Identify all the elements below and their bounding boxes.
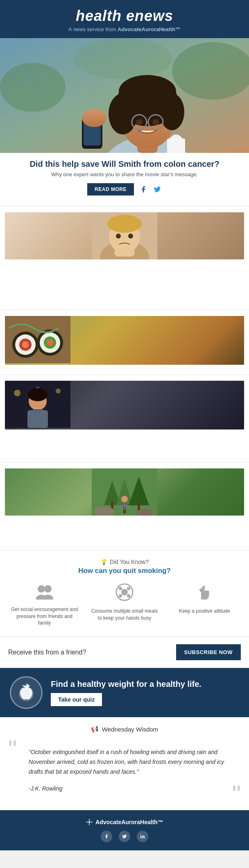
hero-headline: Did this help save Will Smith from colon… xyxy=(8,159,241,169)
svg-point-27 xyxy=(128,234,133,239)
footer-social xyxy=(8,831,241,842)
svg-point-11 xyxy=(119,75,176,108)
svg-point-39 xyxy=(14,390,20,396)
hero-twitter-icon[interactable] xyxy=(153,185,162,194)
healthy-banner: Find a healthy weight for a healthy life… xyxy=(0,668,249,717)
subscribe-button[interactable]: SUBSCRIBE NOW xyxy=(176,644,241,660)
wednesday-label: 📢 Wednesday Wisdom xyxy=(8,725,241,733)
svg-rect-75 xyxy=(140,836,141,838)
dyk-tip-3: Keep a positive attitude xyxy=(167,583,242,627)
svg-point-43 xyxy=(28,388,48,401)
quote-close-mark: " xyxy=(232,784,241,804)
svg-point-25 xyxy=(107,215,142,233)
email-container: health enews A news service from Advocat… xyxy=(0,0,249,850)
article-thumb-2 xyxy=(5,316,244,365)
svg-point-3 xyxy=(74,38,172,79)
footer-facebook-icon[interactable] xyxy=(101,831,112,842)
svg-rect-20 xyxy=(167,139,185,153)
svg-point-61 xyxy=(44,585,52,593)
footer-logo: AdvocateAuroraHealth™ xyxy=(8,818,241,826)
quote-open-mark: " xyxy=(8,739,17,759)
svg-point-16 xyxy=(152,119,159,125)
quote-container: " "October extinguished itself in a rush… xyxy=(8,739,241,800)
quote-author: -J.K. Rowling xyxy=(12,785,237,800)
dyk-tip-2: Consume multiple small meals to keep you… xyxy=(86,583,162,627)
svg-point-21 xyxy=(82,109,106,127)
footer: AdvocateAuroraHealth™ xyxy=(0,810,249,850)
dyk-tip-text-1: Get social encouragement and pressure fr… xyxy=(10,606,79,627)
article-row-1: Measles can cause problems even after yo… xyxy=(0,207,249,310)
svg-point-66 xyxy=(119,587,122,590)
dyk-icon-2 xyxy=(90,583,159,604)
subscribe-section: Receive this from a friend? SUBSCRIBE NO… xyxy=(0,637,249,668)
dyk-tip-text-2: Consume multiple small meals to keep you… xyxy=(90,608,159,622)
svg-rect-46 xyxy=(27,410,48,428)
svg-point-76 xyxy=(140,834,141,835)
dyk-title: How can you quit smoking? xyxy=(7,567,242,575)
site-title: health enews xyxy=(8,7,241,25)
hero-facebook-icon[interactable] xyxy=(139,185,148,194)
banner-apple-icon xyxy=(10,676,43,709)
footer-cross-icon xyxy=(86,818,93,826)
svg-point-26 xyxy=(116,234,121,239)
dyk-tips: Get social encouragement and pressure fr… xyxy=(7,583,242,627)
dyk-icon-3 xyxy=(170,583,239,604)
hero-btn-row: READ MORE xyxy=(8,183,241,195)
banner-quiz-button[interactable]: Take our quiz xyxy=(51,693,102,706)
hero-read-more-button[interactable]: READ MORE xyxy=(87,183,134,195)
svg-point-15 xyxy=(136,119,143,125)
hero-subtext: Why one expert wants you to share the mo… xyxy=(8,171,241,177)
article-thumb-3 xyxy=(5,381,244,429)
hero-section: Did this help save Will Smith from colon… xyxy=(0,153,249,207)
dyk-tip-text-3: Keep a positive attitude xyxy=(170,608,239,615)
svg-point-65 xyxy=(121,589,128,595)
dyk-tip-1: Get social encouragement and pressure fr… xyxy=(7,583,82,627)
site-subtitle: A news service from AdvocateAuroraHealth… xyxy=(8,26,241,32)
svg-point-68 xyxy=(119,594,122,598)
wednesday-section: 📢 Wednesday Wisdom " "October extinguish… xyxy=(0,717,249,810)
svg-point-1 xyxy=(0,63,66,112)
svg-point-33 xyxy=(22,341,29,348)
article-thumb-1 xyxy=(5,212,244,259)
footer-linkedin-icon[interactable] xyxy=(137,831,148,842)
article-row-2: Is sushi healthy? Crazy for California r… xyxy=(0,310,249,375)
banner-content: Find a healthy weight for a healthy life… xyxy=(51,679,239,706)
svg-rect-28 xyxy=(114,248,135,257)
svg-point-69 xyxy=(127,594,130,598)
megaphone-icon: 📢 xyxy=(91,725,99,733)
svg-point-60 xyxy=(38,585,45,593)
dyk-label: 💡 Did You Know? xyxy=(7,559,242,565)
article-row-4: This serious fracture could put you to t… xyxy=(0,463,249,550)
dyk-icon-1 xyxy=(10,583,79,603)
subscribe-text: Receive this from a friend? xyxy=(8,649,86,656)
banner-title: Find a healthy weight for a healthy life… xyxy=(51,679,239,689)
hero-image xyxy=(0,38,249,153)
did-you-know-section: 💡 Did You Know? How can you quit smoking… xyxy=(0,550,249,637)
quote-text: "October extinguished itself in a rush o… xyxy=(12,739,237,785)
svg-point-37 xyxy=(47,339,53,346)
svg-point-40 xyxy=(56,389,61,393)
svg-point-67 xyxy=(127,587,130,590)
article-row-3: How are you managing screen time? In thi… xyxy=(0,375,249,463)
footer-twitter-icon[interactable] xyxy=(119,831,130,842)
svg-point-56 xyxy=(121,496,128,502)
header: health enews A news service from Advocat… xyxy=(0,0,249,38)
article-thumb-4 xyxy=(5,468,244,516)
lightbulb-icon: 💡 xyxy=(100,559,107,565)
